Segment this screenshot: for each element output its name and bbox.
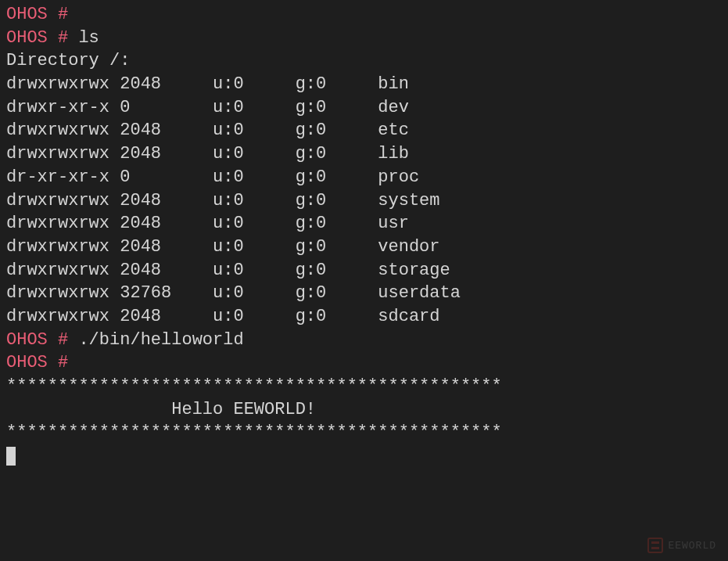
listing-row: drwxrwxrwx 2048 u:0 g:0 lib xyxy=(6,142,722,166)
listing-row: drwxr-xr-x 0 u:0 g:0 dev xyxy=(6,96,722,120)
output-border-top: ****************************************… xyxy=(6,375,722,398)
watermark: EEWORLD xyxy=(647,538,716,553)
command-helloworld: ./bin/helloworld xyxy=(78,330,243,350)
prompt: OHOS # xyxy=(6,330,68,350)
prompt: OHOS # xyxy=(6,353,68,372)
directory-listing: drwxrwxrwx 2048 u:0 g:0 bindrwxr-xr-x 0 … xyxy=(6,73,722,329)
watermark-icon xyxy=(647,538,663,553)
command-ls: ls xyxy=(78,28,99,48)
prompt: OHOS # xyxy=(6,5,68,24)
output-message: Hello EEWORLD! xyxy=(6,398,722,422)
watermark-text: EEWORLD xyxy=(668,541,716,551)
listing-row: drwxrwxrwx 2048 u:0 g:0 storage xyxy=(6,259,722,282)
output-border-bottom: ****************************************… xyxy=(6,421,722,444)
prompt: OHOS # xyxy=(6,28,68,48)
listing-row: drwxrwxrwx 2048 u:0 g:0 etc xyxy=(6,119,722,142)
listing-row: drwxrwxrwx 32768 u:0 g:0 userdata xyxy=(6,282,722,305)
listing-row: drwxrwxrwx 2048 u:0 g:0 usr xyxy=(6,212,722,236)
listing-row: drwxrwxrwx 2048 u:0 g:0 sdcard xyxy=(6,305,722,329)
prompt-line-after: OHOS # xyxy=(6,351,722,375)
cursor-line[interactable] xyxy=(6,444,722,468)
cursor[interactable] xyxy=(6,447,16,466)
listing-row: drwxrwxrwx 2048 u:0 g:0 system xyxy=(6,189,722,213)
prompt-line-helloworld: OHOS # ./bin/helloworld xyxy=(6,329,722,352)
listing-row: dr-xr-xr-x 0 u:0 g:0 proc xyxy=(6,166,722,189)
watermark-main: EEWORLD xyxy=(668,541,716,551)
listing-row: drwxrwxrwx 2048 u:0 g:0 vendor xyxy=(6,236,722,259)
prompt-line-ls: OHOS # ls xyxy=(6,27,722,50)
prompt-line-empty: OHOS # xyxy=(6,3,722,27)
listing-row: drwxrwxrwx 2048 u:0 g:0 bin xyxy=(6,73,722,96)
directory-header: Directory /: xyxy=(6,49,722,73)
